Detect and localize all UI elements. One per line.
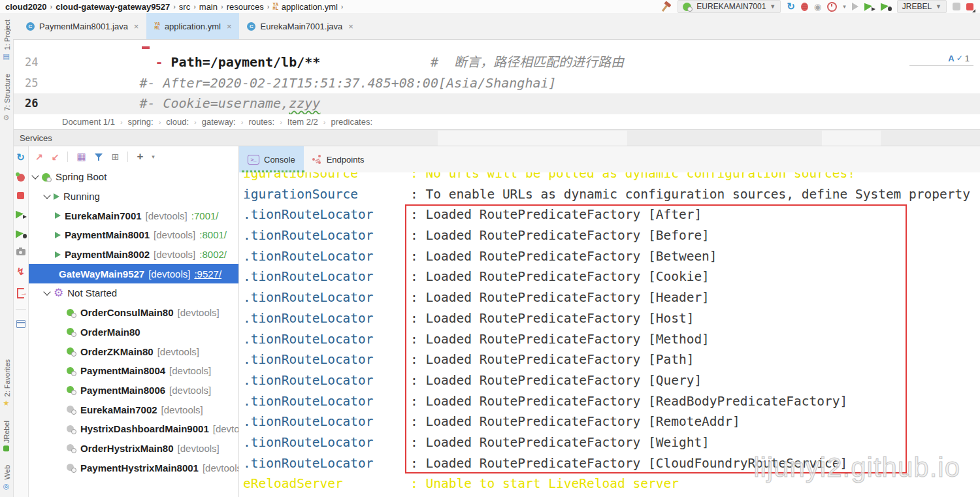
log-message: : Loaded RoutePredicateFactory [Weight] (410, 435, 710, 450)
log-logger: .tionRouteLocator (243, 287, 410, 308)
service-suffix: [devtools] (213, 423, 239, 434)
jrebel-debug-icon[interactable] (16, 229, 26, 238)
thread-dump-icon[interactable] (16, 266, 25, 278)
tool-window-button[interactable]: 1: Project (3, 20, 11, 61)
stop-icon[interactable] (17, 192, 24, 199)
tree-group-Running[interactable]: Running (29, 187, 238, 206)
service-OrderConsulMain80[interactable]: OrderConsulMain80[devtools] (29, 303, 238, 323)
rerun-icon[interactable] (787, 1, 795, 12)
close-icon[interactable]: × (134, 22, 139, 31)
breadcrumb-item[interactable]: cloud2020 (5, 2, 47, 12)
tab-EurekaMain7001.java[interactable]: EurekaMain7001.java× (239, 13, 361, 39)
service-EurekaMain7001[interactable]: EurekaMain7001[devtools]:7001/ (29, 206, 238, 225)
editor-line-25[interactable]: 25 #- After=2020-02-21T15:51:37.485+08:0… (13, 73, 980, 94)
run-config-select[interactable]: EUREKAMAIN7001▼ (678, 0, 781, 13)
service-port-link[interactable]: :8001/ (199, 229, 227, 240)
header-segment (438, 131, 627, 146)
service-name: EurekaMain7002 (80, 404, 157, 415)
jrebel-agent-icon[interactable] (953, 3, 960, 10)
close-icon[interactable]: × (348, 22, 353, 31)
expand-all-icon[interactable] (35, 152, 43, 162)
service-name: OrderMain80 (80, 327, 140, 338)
hotswap-icon[interactable] (17, 174, 25, 182)
log-message: : Loaded RoutePredicateFactory [After] (410, 207, 702, 222)
breadcrumb-item[interactable]: cloud-gateway-gateway9527 (56, 2, 170, 12)
profiler-chevron-icon[interactable] (843, 3, 846, 10)
tool-window-button[interactable]: 2: Favorites (3, 359, 11, 408)
yaml-breadcrumb-item[interactable]: routes: (248, 117, 274, 127)
tab-PaymentMain8001.java[interactable]: PaymentMain8001.java× (18, 13, 146, 39)
services-panel-header[interactable]: Services (13, 129, 980, 146)
yaml-breadcrumb-item[interactable]: Document 1/1 (62, 117, 115, 127)
jrebel-select[interactable]: JREBEL▼ (897, 0, 947, 13)
service-HystrixDashboardMain9001[interactable]: HystrixDashboardMain9001[devtools] (29, 419, 238, 439)
snapshot-camera-icon[interactable] (16, 249, 25, 255)
service-port-link[interactable]: :7001/ (191, 210, 219, 221)
console-line: .tionRouteLocator: Loaded RoutePredicate… (243, 308, 980, 329)
service-PaymentMain8004[interactable]: PaymentMain8004[devtools] (29, 361, 238, 381)
add-service-icon[interactable] (137, 150, 143, 163)
chevron-down-icon[interactable] (43, 288, 50, 295)
run-icon[interactable] (852, 3, 858, 10)
service-PaymentMain8006[interactable]: PaymentMain8006[devtools] (29, 381, 238, 400)
service-GateWayMain9527[interactable]: GateWayMain9527[devtools]:9527/ (29, 264, 238, 283)
console-tab-label: Endpoints (327, 155, 365, 165)
service-PaymentMain8002[interactable]: PaymentMain8002[devtools]:8002/ (29, 245, 238, 265)
jrebel-run-icon[interactable] (864, 2, 875, 11)
stop-icon[interactable] (966, 3, 973, 10)
service-EurekaMain7002[interactable]: EurekaMain7002[devtools] (29, 400, 238, 419)
chevron-down-icon[interactable] (43, 191, 50, 199)
chevron-down-icon[interactable] (31, 172, 39, 179)
tree-group-Spring Boot[interactable]: Spring Boot (29, 167, 238, 187)
service-PaymentHystrixMain8001[interactable]: PaymentHystrixMain8001[devtools] (29, 458, 238, 477)
inspection-widget[interactable]: A✓ 1 (909, 51, 973, 66)
debug-icon[interactable] (801, 3, 808, 11)
group-by-icon[interactable] (76, 151, 86, 163)
console-line: .tionRouteLocator: Loaded RoutePredicate… (243, 287, 980, 308)
jrebel-debug-icon[interactable] (881, 2, 891, 11)
open-in-new-window-icon[interactable] (112, 152, 120, 162)
build-hammer-icon[interactable] (662, 2, 672, 12)
breadcrumb-item[interactable]: application.yml (282, 2, 338, 12)
log-logger: .tionRouteLocator (243, 432, 410, 453)
rerun-icon[interactable] (16, 152, 25, 163)
console-tab-Console[interactable]: Console (239, 146, 304, 172)
service-OrderMain80[interactable]: OrderMain80 (29, 323, 238, 342)
service-OrderHystrixMain80[interactable]: OrderHystrixMain80[devtools] (29, 439, 238, 458)
add-chevron-icon[interactable] (152, 153, 155, 160)
collapse-all-icon[interactable] (52, 152, 59, 162)
editor-area[interactable]: 24 - Path=/payment/lb/** # 断言，路径相匹配的进行路由… (13, 39, 980, 114)
service-PaymentMain8001[interactable]: PaymentMain8001[devtools]:8001/ (29, 225, 238, 245)
editor-line-26-current[interactable]: 26 #- Cookie=username,zzyy (13, 93, 980, 114)
coverage-icon[interactable] (814, 2, 821, 12)
console-tab-Endpoints[interactable]: Endpoints (304, 146, 373, 172)
tool-window-button[interactable]: 7: Structure (3, 74, 11, 122)
tool-window-button[interactable]: JRebel (3, 421, 10, 451)
service-port-link[interactable]: :9527/ (194, 268, 221, 280)
star-icon (3, 399, 11, 408)
jrebel-run-icon[interactable] (16, 210, 26, 219)
tool-window-button[interactable]: Web (3, 465, 11, 490)
yaml-breadcrumb-item[interactable]: Item 2/2 (287, 117, 318, 127)
close-icon[interactable]: × (227, 22, 232, 31)
yaml-breadcrumb-item[interactable]: spring: (128, 117, 154, 127)
tab-application.yml[interactable]: application.yml× (146, 13, 239, 39)
profiler-icon[interactable] (827, 2, 837, 12)
yaml-breadcrumb-item[interactable]: gateway: (202, 117, 236, 127)
service-port-link[interactable]: :8002/ (199, 249, 227, 260)
tree-group-Not Started[interactable]: Not Started (29, 283, 238, 303)
disconnect-icon[interactable] (17, 288, 24, 298)
console-line: igurationSource: To enable URLs as dynam… (243, 184, 980, 205)
breadcrumb-separator: › (194, 118, 197, 126)
breadcrumb-item[interactable]: main (199, 2, 218, 12)
service-OrderZKMain80[interactable]: OrderZKMain80[devtools] (29, 342, 238, 361)
yaml-breadcrumb-item[interactable]: cloud: (166, 117, 189, 127)
editor-line-24[interactable]: 24 - Path=/payment/lb/** # 断言，路径相匹配的进行路由 (13, 52, 980, 73)
console-output[interactable]: igurationSource: No urls will be polled … (239, 172, 980, 497)
filter-icon[interactable] (95, 153, 103, 161)
breadcrumb-item[interactable]: resources (227, 2, 264, 12)
breadcrumb-item[interactable]: src (179, 2, 190, 12)
layout-icon[interactable] (16, 320, 25, 328)
yaml-breadcrumb-item[interactable]: predicates: (331, 117, 372, 127)
yml-file-icon (272, 3, 278, 10)
